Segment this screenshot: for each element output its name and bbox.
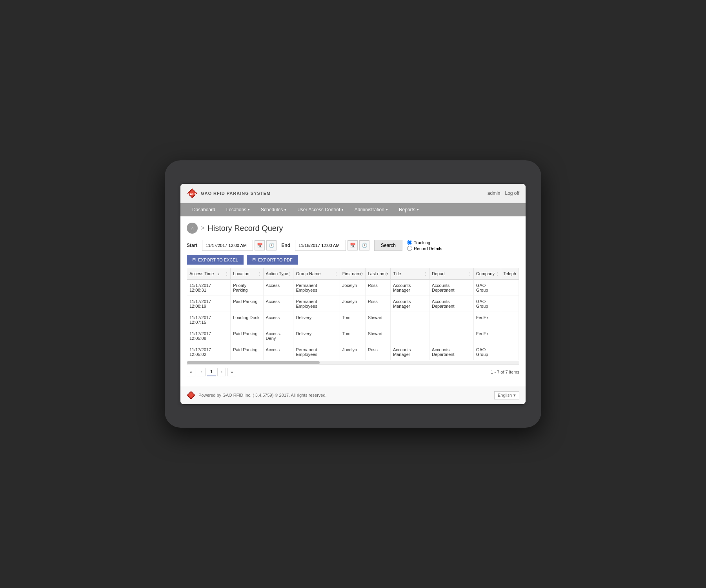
table-cell: Accounts Manager bbox=[391, 296, 429, 312]
calendar-icon[interactable]: 📅 bbox=[255, 240, 265, 250]
clock-icon[interactable]: 🕐 bbox=[359, 240, 369, 250]
start-date-group: 📅 🕐 bbox=[202, 240, 277, 251]
export-excel-button[interactable]: ⊞ EXPORT TO EXCEL bbox=[187, 255, 244, 265]
pdf-icon: ⊟ bbox=[252, 257, 256, 262]
table-cell: Accounts Department bbox=[429, 279, 474, 296]
header-user-area: admin Log off bbox=[488, 191, 519, 196]
table-cell: 11/17/2017 12:05:02 bbox=[187, 344, 231, 360]
chevron-down-icon: ▾ bbox=[248, 208, 250, 212]
chevron-down-icon: ▾ bbox=[513, 393, 516, 398]
table-cell bbox=[391, 312, 429, 328]
language-label: English bbox=[498, 393, 512, 397]
footer-text: Powered by GAO RFID Inc. ( 3.4.5759) © 2… bbox=[198, 393, 327, 397]
col-menu-icon[interactable]: ⋮ bbox=[258, 272, 262, 276]
prev-page-button[interactable]: ‹ bbox=[197, 368, 206, 376]
table-cell: Permanent Employees bbox=[293, 279, 340, 296]
last-page-button[interactable]: » bbox=[227, 368, 236, 376]
col-company[interactable]: Company ⋮ bbox=[473, 268, 501, 279]
nav-reports[interactable]: Reports ▾ bbox=[393, 203, 424, 216]
home-button[interactable]: ⌂ bbox=[187, 223, 198, 234]
col-menu-icon[interactable]: ⋮ bbox=[495, 272, 499, 276]
nav-administration[interactable]: Administration ▾ bbox=[349, 203, 393, 216]
end-date-input[interactable] bbox=[295, 240, 346, 251]
start-label: Start bbox=[187, 243, 197, 248]
table-cell bbox=[501, 312, 519, 328]
next-page-button[interactable]: › bbox=[217, 368, 226, 376]
col-title[interactable]: Title ⋮ bbox=[391, 268, 429, 279]
first-page-button[interactable]: « bbox=[187, 368, 195, 376]
table-cell bbox=[501, 296, 519, 312]
clock-icon[interactable]: 🕐 bbox=[266, 240, 277, 250]
table-cell: Permanent Employees bbox=[293, 296, 340, 312]
col-action-type[interactable]: Action Type ⋮ bbox=[263, 268, 293, 279]
table-cell bbox=[391, 328, 429, 344]
table-cell: Accounts Manager bbox=[391, 279, 429, 296]
page-number-1[interactable]: 1 bbox=[207, 368, 216, 376]
table-cell: Tom bbox=[340, 312, 365, 328]
table-scroll-thumb[interactable] bbox=[187, 361, 320, 364]
col-location[interactable]: Location ⋮ bbox=[231, 268, 263, 279]
col-menu-icon[interactable]: ⋮ bbox=[424, 272, 428, 276]
table-wrapper: Access Time ▲ ⋮ Location ⋮ Action Type ⋮ bbox=[187, 268, 519, 365]
table-cell: Stewart bbox=[365, 328, 390, 344]
tracking-radio-input[interactable] bbox=[407, 240, 412, 245]
table-cell: Accounts Department bbox=[429, 344, 474, 360]
col-group-name[interactable]: Group Name ⋮ bbox=[293, 268, 340, 279]
table-cell: Stewart bbox=[365, 312, 390, 328]
logoff-link[interactable]: Log off bbox=[505, 191, 519, 196]
col-menu-icon[interactable]: ⋮ bbox=[468, 272, 472, 276]
table-cell: Accounts Department bbox=[429, 296, 474, 312]
col-menu-icon[interactable]: ⋮ bbox=[385, 272, 389, 276]
pagination-row: « ‹ 1 › » 1 - 7 of 7 items bbox=[187, 365, 519, 379]
col-first-name[interactable]: First name ⋮ bbox=[340, 268, 365, 279]
table-cell: Delivery bbox=[293, 312, 340, 328]
col-menu-icon[interactable]: ⋮ bbox=[513, 272, 517, 276]
table-header-row: Access Time ▲ ⋮ Location ⋮ Action Type ⋮ bbox=[187, 268, 519, 279]
nav-user-access-control[interactable]: User Access Control ▾ bbox=[292, 203, 349, 216]
excel-icon: ⊞ bbox=[192, 257, 196, 262]
history-table: Access Time ▲ ⋮ Location ⋮ Action Type ⋮ bbox=[187, 268, 519, 360]
table-cell: GAO Group bbox=[473, 296, 501, 312]
start-date-input[interactable] bbox=[202, 240, 253, 251]
table-scroll-bar[interactable] bbox=[187, 361, 519, 364]
pagination-controls: « ‹ 1 › » bbox=[187, 368, 236, 376]
table-cell: Ross bbox=[365, 344, 390, 360]
table-cell bbox=[429, 328, 474, 344]
table-cell: 11/17/2017 12:05:08 bbox=[187, 328, 231, 344]
svg-text:GAO: GAO bbox=[188, 192, 197, 196]
record-details-radio-input[interactable] bbox=[407, 246, 412, 251]
radio-group: Tracking Record Details bbox=[407, 240, 442, 251]
table-cell: Access bbox=[263, 296, 293, 312]
col-access-time[interactable]: Access Time ▲ ⋮ bbox=[187, 268, 231, 279]
tracking-label: Tracking bbox=[414, 240, 430, 245]
nav-dashboard[interactable]: Dashboard bbox=[187, 203, 221, 216]
col-menu-icon[interactable]: ⋮ bbox=[334, 272, 338, 276]
table-cell bbox=[429, 312, 474, 328]
col-last-name[interactable]: Last name ⋮ bbox=[365, 268, 390, 279]
col-depart[interactable]: Depart ⋮ bbox=[429, 268, 474, 279]
export-bar: ⊞ EXPORT TO EXCEL ⊟ EXPORT TO PDF bbox=[187, 255, 519, 265]
col-menu-icon[interactable]: ⋮ bbox=[360, 272, 364, 276]
tracking-radio[interactable]: Tracking bbox=[407, 240, 442, 245]
nav-schedules[interactable]: Schedules ▾ bbox=[255, 203, 292, 216]
table-cell: Paid Parking bbox=[231, 328, 263, 344]
table-cell: Paid Parking bbox=[231, 344, 263, 360]
export-pdf-button[interactable]: ⊟ EXPORT TO PDF bbox=[247, 255, 298, 265]
table-row: 11/17/2017 12:05:02Paid ParkingAccessPer… bbox=[187, 344, 519, 360]
app-title: GAO RFID PARKING SYSTEM bbox=[201, 191, 271, 196]
col-menu-icon[interactable]: ⋮ bbox=[287, 272, 291, 276]
nav-locations[interactable]: Locations ▾ bbox=[221, 203, 255, 216]
table-cell: FedEx bbox=[473, 328, 501, 344]
record-details-radio[interactable]: Record Details bbox=[407, 246, 442, 251]
calendar-icon[interactable]: 📅 bbox=[348, 240, 358, 250]
col-menu-icon[interactable]: ⋮ bbox=[225, 272, 229, 276]
logo-icon: GAO bbox=[187, 188, 198, 199]
col-teleph[interactable]: Teleph ⋮ bbox=[501, 268, 519, 279]
table-cell: Loading Dock bbox=[231, 312, 263, 328]
language-selector[interactable]: English ▾ bbox=[494, 391, 519, 399]
tablet-screen: GAO GAO RFID PARKING SYSTEM admin Log of… bbox=[180, 184, 526, 404]
table-cell: 11/17/2017 12:07:15 bbox=[187, 312, 231, 328]
search-button[interactable]: Search bbox=[374, 240, 402, 251]
page-content: ⌂ > History Record Query Start 📅 🕐 End 📅… bbox=[180, 216, 526, 386]
table-cell: Jocelyn bbox=[340, 344, 365, 360]
